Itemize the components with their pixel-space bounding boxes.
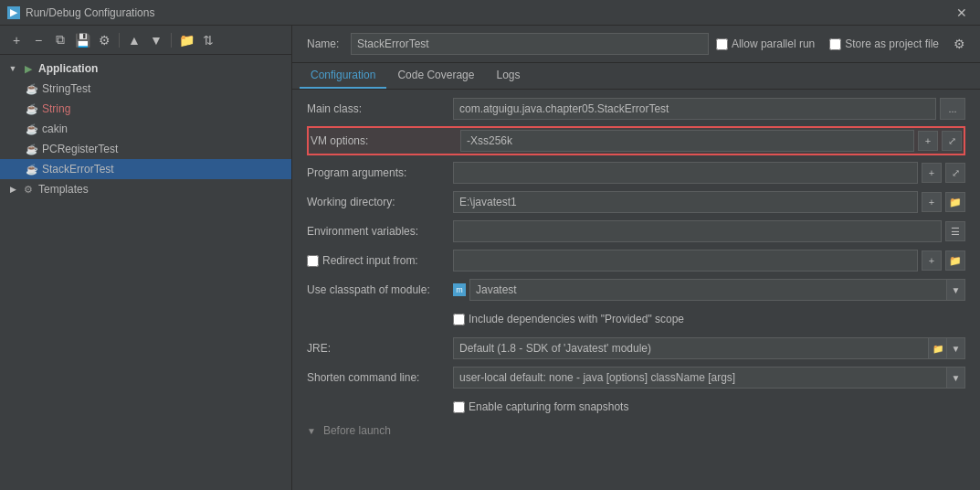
vm-options-input[interactable] xyxy=(460,130,914,152)
item-label-stringtest: StringTest xyxy=(42,82,90,95)
redirect-input-field: + 📁 xyxy=(453,250,965,272)
allow-parallel-checkbox[interactable] xyxy=(716,38,728,50)
vm-options-expand-button[interactable]: ⤢ xyxy=(942,131,962,151)
tree-item-stringtest[interactable]: ☕ StringTest xyxy=(0,79,291,99)
tabs-bar: Configuration Code Coverage Logs xyxy=(292,63,980,90)
tree-item-cakin[interactable]: ☕ cakin xyxy=(0,119,291,139)
main-class-field: ... xyxy=(453,98,965,120)
tree-group-templates[interactable]: ▶ ⚙ Templates xyxy=(0,179,291,199)
redirect-add-button[interactable]: + xyxy=(922,250,942,271)
shorten-cmd-select[interactable]: user-local default: none - java [options… xyxy=(453,367,947,389)
redirect-input-row: Redirect input from: + 📁 xyxy=(307,249,965,272)
program-args-label: Program arguments: xyxy=(307,166,453,179)
options-gear-button[interactable]: ⚙ xyxy=(954,37,965,51)
env-vars-input[interactable] xyxy=(453,220,942,242)
arrow-up-button[interactable]: ▲ xyxy=(125,31,143,49)
remove-config-button[interactable]: − xyxy=(29,31,47,49)
jre-row: JRE: Default (1.8 - SDK of 'Javatest' mo… xyxy=(307,336,965,360)
vm-options-row: VM options: + ⤢ xyxy=(307,126,965,155)
classpath-select-arrow[interactable]: ▼ xyxy=(947,279,965,301)
redirect-input-input[interactable] xyxy=(453,250,918,272)
env-vars-field: ☰ xyxy=(453,220,965,242)
tab-code-coverage[interactable]: Code Coverage xyxy=(386,63,485,89)
jre-select[interactable]: Default (1.8 - SDK of 'Javatest' module) xyxy=(453,337,929,359)
jre-folder-btn[interactable]: 📁 xyxy=(929,337,947,359)
vm-options-add-button[interactable]: + xyxy=(918,131,938,151)
before-launch-divider: ▼ Before launch xyxy=(307,424,965,437)
templates-group-icon: ⚙ xyxy=(22,183,35,196)
application-group-label: Application xyxy=(38,62,98,75)
arrow-down-button[interactable]: ▼ xyxy=(147,31,165,49)
name-row: Name: Allow parallel run Store as projec… xyxy=(292,26,980,63)
app-icon: ▶ xyxy=(7,6,20,19)
item-label-cakin: cakin xyxy=(42,122,68,135)
save-config-button[interactable]: 💾 xyxy=(73,31,91,49)
tab-configuration[interactable]: Configuration xyxy=(300,63,386,89)
enable-snapshots-label[interactable]: Enable capturing form snapshots xyxy=(453,400,628,413)
name-input[interactable] xyxy=(351,33,709,55)
title-bar: ▶ Run/Debug Configurations ✕ xyxy=(0,0,980,26)
program-args-field: + ⤢ xyxy=(453,162,965,184)
folder-button[interactable]: 📁 xyxy=(177,31,195,49)
working-dir-browse-button[interactable]: 📁 xyxy=(945,192,965,212)
enable-snapshots-checkbox[interactable] xyxy=(453,401,465,413)
store-project-label[interactable]: Store as project file xyxy=(829,37,939,50)
jre-select-arrow[interactable]: ▼ xyxy=(947,337,965,359)
name-label: Name: xyxy=(307,37,343,50)
copy-config-button[interactable]: ⧉ xyxy=(51,31,69,49)
program-args-expand-button[interactable]: ⤢ xyxy=(945,163,965,183)
redirect-input-checkbox[interactable] xyxy=(307,255,319,267)
java-icon-stackerrortest: ☕ xyxy=(26,163,38,176)
classpath-row: Use classpath of module: m Javatest ▼ xyxy=(307,278,965,302)
shorten-cmd-row: Shorten command line: user-local default… xyxy=(307,366,965,389)
item-label-string: String xyxy=(42,102,70,115)
shorten-cmd-label: Shorten command line: xyxy=(307,371,453,384)
toolbar: + − ⧉ 💾 ⚙ ▲ ▼ 📁 ⇅ xyxy=(0,26,291,55)
tree-item-stackerrortest[interactable]: ☕ StackErrorTest xyxy=(0,159,291,179)
redirect-browse-button[interactable]: 📁 xyxy=(945,250,965,271)
program-args-input[interactable] xyxy=(453,162,918,184)
add-config-button[interactable]: + xyxy=(7,31,26,49)
env-vars-edit-button[interactable]: ☰ xyxy=(945,221,965,241)
classpath-label: Use classpath of module: xyxy=(307,283,453,296)
include-deps-row: Include dependencies with "Provided" sco… xyxy=(307,307,965,331)
env-vars-row: Environment variables: ☰ xyxy=(307,219,965,243)
separator xyxy=(119,33,120,48)
working-dir-add-button[interactable]: + xyxy=(922,192,942,212)
settings-button[interactable]: ⚙ xyxy=(95,31,113,49)
main-class-input[interactable] xyxy=(453,98,936,120)
separator2 xyxy=(171,33,172,48)
working-dir-row: Working directory: + 📁 xyxy=(307,190,965,214)
working-dir-field: + 📁 xyxy=(453,191,965,213)
close-button[interactable]: ✕ xyxy=(951,4,973,22)
main-class-browse-button[interactable]: ... xyxy=(940,98,965,120)
name-checkboxes: Allow parallel run Store as project file… xyxy=(716,37,965,51)
sort-button[interactable]: ⇅ xyxy=(199,31,217,49)
vm-options-label: VM options: xyxy=(311,134,457,147)
include-deps-checkbox[interactable] xyxy=(453,314,465,325)
java-icon-pcregistertest: ☕ xyxy=(26,143,38,155)
shorten-cmd-field: user-local default: none - java [options… xyxy=(453,367,965,389)
config-content: Main class: ... VM options: + ⤢ xyxy=(292,90,980,490)
shorten-cmd-arrow[interactable]: ▼ xyxy=(947,367,965,389)
enable-snapshots-row: Enable capturing form snapshots xyxy=(307,395,965,419)
before-launch-arrow[interactable]: ▼ xyxy=(307,426,316,436)
program-args-add-button[interactable]: + xyxy=(922,163,942,183)
env-vars-label: Environment variables: xyxy=(307,225,453,238)
module-icon: m xyxy=(453,283,466,296)
classpath-select[interactable]: Javatest xyxy=(469,279,947,301)
include-deps-label[interactable]: Include dependencies with "Provided" sco… xyxy=(453,313,684,325)
jre-field: Default (1.8 - SDK of 'Javatest' module)… xyxy=(453,337,965,359)
tree-item-pcregistertest[interactable]: ☕ PCRegisterTest xyxy=(0,139,291,159)
working-dir-input[interactable] xyxy=(453,191,918,213)
redirect-input-label: Redirect input from: xyxy=(307,254,453,267)
java-icon-string: ☕ xyxy=(26,102,38,115)
tab-logs[interactable]: Logs xyxy=(485,63,531,89)
allow-parallel-label[interactable]: Allow parallel run xyxy=(716,37,815,50)
program-args-row: Program arguments: + ⤢ xyxy=(307,161,965,185)
store-project-checkbox[interactable] xyxy=(829,38,841,50)
tree-group-application[interactable]: ▼ ▶ Application xyxy=(0,59,291,79)
config-tree: ▼ ▶ Application ☕ StringTest ☕ String ☕ … xyxy=(0,55,291,490)
tree-item-string[interactable]: ☕ String xyxy=(0,99,291,119)
java-icon-stringtest: ☕ xyxy=(26,82,38,95)
